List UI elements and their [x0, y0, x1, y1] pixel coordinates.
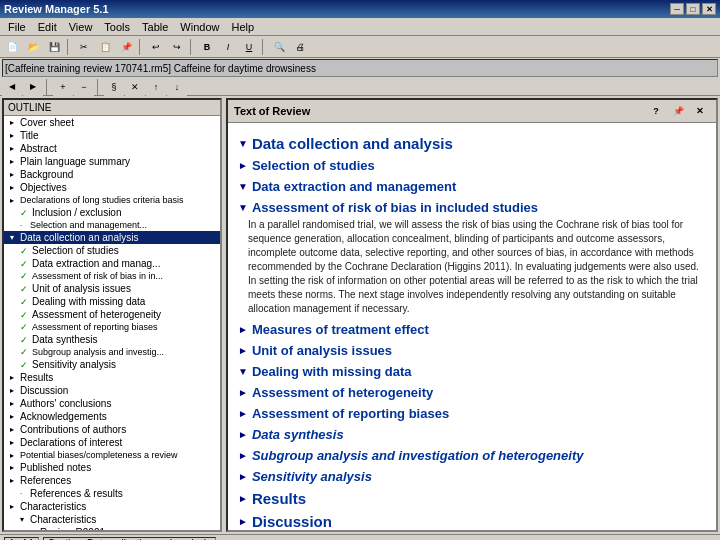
tree-area[interactable]: ▸Cover sheet ▸Title ▸Abstract ▸Plain lan…	[4, 116, 220, 530]
heading-results: ► Results	[238, 490, 706, 507]
menu-file[interactable]: File	[2, 20, 32, 34]
maximize-button[interactable]: □	[686, 3, 700, 15]
zoom-out-btn[interactable]: −	[74, 78, 94, 96]
tree-objectives[interactable]: ▸Objectives	[4, 181, 220, 194]
menu-window[interactable]: Window	[174, 20, 225, 34]
new-btn[interactable]: 📄	[2, 38, 22, 56]
expand-measures[interactable]: ►	[238, 324, 248, 335]
tree-references[interactable]: ▸References	[4, 474, 220, 487]
expand-results[interactable]: ►	[238, 493, 248, 504]
tree-acknowledgements[interactable]: ▸Acknowledgements	[4, 410, 220, 423]
tree-title[interactable]: ▸Title	[4, 129, 220, 142]
expand-discussion[interactable]: ►	[238, 516, 248, 527]
panel-pin-btn[interactable]: 📌	[668, 102, 688, 120]
heading-data-extract: ▼ Data extraction and management	[238, 179, 706, 194]
menu-edit[interactable]: Edit	[32, 20, 63, 34]
zoom-in-btn[interactable]: +	[53, 78, 73, 96]
menu-help[interactable]: Help	[225, 20, 260, 34]
italic-btn[interactable]: I	[218, 38, 238, 56]
paste-btn[interactable]: 📌	[116, 38, 136, 56]
tree-inclusion[interactable]: ✓Inclusion / exclusion	[4, 206, 220, 219]
menu-view[interactable]: View	[63, 20, 99, 34]
app-title: Review Manager 5.1	[4, 3, 109, 15]
delete-section-btn[interactable]: ✕	[125, 78, 145, 96]
section-risk-bias: ▼ Assessment of risk of bias in included…	[238, 200, 706, 316]
undo-btn[interactable]: ↩	[146, 38, 166, 56]
redo-btn[interactable]: ↪	[167, 38, 187, 56]
copy-btn[interactable]: 📋	[95, 38, 115, 56]
menu-tools[interactable]: Tools	[98, 20, 136, 34]
expand-sensitivity[interactable]: ►	[238, 471, 248, 482]
tree-data-collection[interactable]: ▾Data collection an analysis	[4, 231, 220, 244]
tree-reporting-biases[interactable]: ✓Assessment of reporting biases	[4, 321, 220, 333]
tree-sel-studies[interactable]: ✓Selection of studies	[4, 244, 220, 257]
sep3	[190, 39, 194, 55]
open-btn[interactable]: 📂	[23, 38, 43, 56]
tree-selection-mgmt[interactable]: ·Selection and management...	[4, 219, 220, 231]
tree-review-r2021[interactable]: ·Review R2021	[4, 526, 220, 530]
tree-authors-conc[interactable]: ▸Authors' conclusions	[4, 397, 220, 410]
save-btn[interactable]: 💾	[44, 38, 64, 56]
heading-rep-biases: ► Assessment of reporting biases	[238, 406, 706, 421]
expand-data-collection[interactable]: ▼	[238, 138, 248, 149]
text-of-review-label: Text of Review	[234, 105, 310, 117]
toolbar-2: ◀ ▶ + − § ✕ ↑ ↓	[0, 78, 720, 96]
expand-risk-bias[interactable]: ▼	[238, 202, 248, 213]
tree-contributions[interactable]: ▸Contributions of authors	[4, 423, 220, 436]
tree-potential-biases[interactable]: ▸Potential biases/completeness a review	[4, 449, 220, 461]
underline-btn[interactable]: U	[239, 38, 259, 56]
bold-btn[interactable]: B	[197, 38, 217, 56]
tree-declarations-studies[interactable]: ▸Declarations of long studies criteria b…	[4, 194, 220, 206]
panel-close-btn[interactable]: ✕	[690, 102, 710, 120]
panel-help-btn[interactable]: ?	[646, 102, 666, 120]
expand-unit[interactable]: ►	[238, 345, 248, 356]
expand-selection[interactable]: ►	[238, 160, 248, 171]
tree-discussion[interactable]: ▸Discussion	[4, 384, 220, 397]
sep6	[97, 79, 101, 95]
tree-subgroup[interactable]: ✓Subgroup analysis and investig...	[4, 346, 220, 358]
find-btn[interactable]: 🔍	[269, 38, 289, 56]
tree-characteristics[interactable]: ▸Characteristics	[4, 500, 220, 513]
tree-published-notes[interactable]: ▸Published notes	[4, 461, 220, 474]
nav-next[interactable]: ▶	[23, 78, 43, 96]
expand-rep-biases[interactable]: ►	[238, 408, 248, 419]
sep4	[262, 39, 266, 55]
move-down-btn[interactable]: ↓	[167, 78, 187, 96]
expand-data-synth[interactable]: ►	[238, 429, 248, 440]
tree-cover-sheet[interactable]: ▸Cover sheet	[4, 116, 220, 129]
heading-data-synth: ► Data synthesis	[238, 427, 706, 442]
tree-ref-results[interactable]: ·References & results	[4, 487, 220, 500]
expand-missing[interactable]: ▼	[238, 366, 248, 377]
tree-missing-data[interactable]: ✓Dealing with missing data	[4, 295, 220, 308]
expand-hetero[interactable]: ►	[238, 387, 248, 398]
tree-data-extract[interactable]: ✓Data extraction and manag...	[4, 257, 220, 270]
window-controls: ─ □ ✕	[670, 3, 716, 15]
menu-table[interactable]: Table	[136, 20, 174, 34]
section-missing: ▼ Dealing with missing data	[238, 364, 706, 379]
doc-title-bar: [Caffeine training review 170741.rm5] Ca…	[2, 59, 718, 77]
expand-subgroup[interactable]: ►	[238, 450, 248, 461]
tree-heterogeneity[interactable]: ✓Assessment of heterogeneity	[4, 308, 220, 321]
section-data-extract: ▼ Data extraction and management	[238, 179, 706, 194]
tree-unit-analysis[interactable]: ✓Unit of analysis issues	[4, 282, 220, 295]
tree-char2[interactable]: ▾Characteristics	[4, 513, 220, 526]
tree-risk-bias-tree[interactable]: ✓Assessment of risk of bias in in...	[4, 270, 220, 282]
heading-data-collection: ▼ Data collection and analysis	[238, 135, 706, 152]
tree-results[interactable]: ▸Results	[4, 371, 220, 384]
tree-declarations[interactable]: ▸Declarations of interest	[4, 436, 220, 449]
close-button[interactable]: ✕	[702, 3, 716, 15]
cut-btn[interactable]: ✂	[74, 38, 94, 56]
minimize-button[interactable]: ─	[670, 3, 684, 15]
tree-abstract[interactable]: ▸Abstract	[4, 142, 220, 155]
tree-sensitivity[interactable]: ✓Sensitivity analysis	[4, 358, 220, 371]
text-content-area[interactable]: ▼ Data collection and analysis ► Selecti…	[228, 123, 716, 530]
body-risk-bias: In a parallel randomised trial, we will …	[248, 218, 706, 316]
print-btn[interactable]: 🖨	[290, 38, 310, 56]
nav-prev[interactable]: ◀	[2, 78, 22, 96]
move-up-btn[interactable]: ↑	[146, 78, 166, 96]
tree-data-synth[interactable]: ✓Data synthesis	[4, 333, 220, 346]
expand-data-extract[interactable]: ▼	[238, 181, 248, 192]
add-section-btn[interactable]: §	[104, 78, 124, 96]
tree-background[interactable]: ▸Background	[4, 168, 220, 181]
tree-plain-lang[interactable]: ▸Plain language summary	[4, 155, 220, 168]
